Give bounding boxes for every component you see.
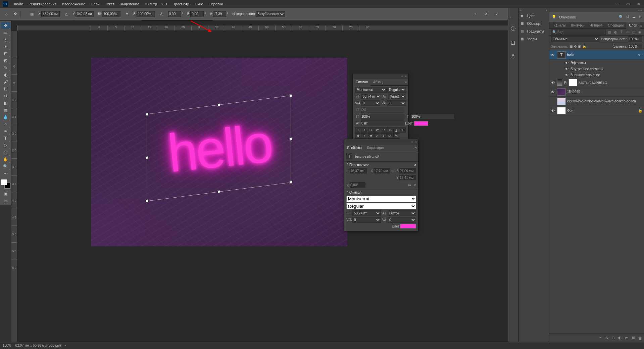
actions-tab[interactable]: Операции xyxy=(605,22,626,29)
history-tab[interactable]: История xyxy=(587,22,605,29)
warp-icon[interactable]: ⌁ xyxy=(472,10,479,18)
frame-tool[interactable]: ⊠ xyxy=(1,57,10,64)
transform-handle-br[interactable] xyxy=(289,181,292,184)
prop-tracking-select[interactable]: 0 xyxy=(388,217,416,223)
character-panel[interactable]: «× Символ Абзац ≡ Montserrat Regular ᴛT5… xyxy=(353,73,408,148)
titling-button[interactable]: A xyxy=(374,133,380,139)
font-style-select[interactable]: Regular xyxy=(387,87,406,93)
flip-v-icon[interactable]: ⇵ xyxy=(413,183,416,187)
panel-menu-icon[interactable]: ≡ xyxy=(640,23,642,28)
group-icon[interactable]: 🗀 xyxy=(625,336,629,340)
baseline-input[interactable] xyxy=(361,120,404,126)
prop-style-select[interactable]: Regular xyxy=(346,203,416,209)
history-icon[interactable]: ↺ xyxy=(626,15,629,19)
panel-menu-icon[interactable]: ≡ xyxy=(403,80,408,84)
effects-group[interactable]: 👁Эффекты xyxy=(549,60,644,66)
vscale-input[interactable] xyxy=(361,114,404,119)
collapse-handle[interactable]: » xyxy=(520,9,522,11)
collapse-handle[interactable]: » xyxy=(509,15,511,18)
adjustment-thumbnail[interactable] xyxy=(557,79,562,86)
h-input[interactable] xyxy=(137,11,155,17)
hskew-input[interactable] xyxy=(190,11,204,17)
visibility-icon[interactable]: 👁 xyxy=(550,81,556,85)
transform-handle-tr[interactable] xyxy=(289,94,292,97)
effect-outer-glow[interactable]: 👁Внешнее свечение xyxy=(549,72,644,78)
lock-icon[interactable]: 🔒 xyxy=(638,108,643,113)
leading-select[interactable]: (Авто) xyxy=(388,94,406,99)
close-icon[interactable]: × xyxy=(415,140,417,144)
visibility-icon[interactable]: 👁 xyxy=(565,73,569,77)
close-icon[interactable]: × xyxy=(405,74,407,78)
smallcaps-button[interactable]: Tᴛ xyxy=(374,127,380,133)
flip-h-icon[interactable]: ⇋ xyxy=(408,183,411,187)
ruler-vertical[interactable]: 051 01 52 02 53 03 54 04 55 05 56 0 xyxy=(11,31,17,342)
zoom-level[interactable]: 100% xyxy=(3,344,11,347)
filter-type-icon[interactable]: T xyxy=(619,30,624,35)
menu-3d[interactable]: 3D xyxy=(160,2,170,6)
zoom-tool[interactable]: 🔍 xyxy=(1,163,10,170)
window-minimize[interactable]: — xyxy=(612,0,623,8)
pen-tool[interactable]: ✒ xyxy=(1,128,10,135)
dodge-tool[interactable]: ○ xyxy=(1,121,10,128)
menu-view[interactable]: Просмотр xyxy=(170,2,192,6)
vskew-input[interactable] xyxy=(213,11,226,17)
menu-edit[interactable]: Редактирование xyxy=(26,2,59,6)
ordinals2-button[interactable]: 1ˢᵗ xyxy=(387,133,393,139)
color-panel-tab[interactable]: ◉Цвет xyxy=(518,12,549,20)
mask-icon[interactable]: ◻ xyxy=(612,336,615,340)
menu-layers[interactable]: Слои xyxy=(88,2,102,6)
prop-leading-select[interactable]: (Авто) xyxy=(388,210,416,216)
collapse-handle[interactable]: « xyxy=(411,140,413,144)
adjustment-icon[interactable]: ◐ xyxy=(618,336,622,340)
w-input[interactable] xyxy=(102,11,120,17)
text-color-swatch[interactable] xyxy=(414,121,428,126)
prop-font-select[interactable]: Montserrat xyxy=(346,196,416,202)
new-layer-icon[interactable]: ⊞ xyxy=(632,336,635,340)
lock-pixels-icon[interactable]: ▦ xyxy=(569,45,573,48)
layer-clouds[interactable]: clouds-in-a-pink-sky-over-wave-soaked-be… xyxy=(549,97,644,106)
opacity-input[interactable] xyxy=(629,36,642,42)
commit-icon[interactable]: ✓ xyxy=(493,10,500,18)
ordinals-button[interactable]: T xyxy=(381,133,387,139)
layer-name[interactable]: Фон xyxy=(567,109,637,112)
paragraph-tab[interactable]: Абзац xyxy=(370,79,385,86)
layer-hello[interactable]: 👁 T hello fx ˅ xyxy=(549,50,644,60)
ligatures-button[interactable]: fi xyxy=(355,133,361,139)
transform-handle-ml[interactable] xyxy=(146,156,148,159)
filter-adjust-icon[interactable]: ◐ xyxy=(613,30,618,35)
layer-1549979[interactable]: 👁 1549979 xyxy=(549,87,644,97)
type-tool[interactable]: T xyxy=(1,135,10,142)
channels-tab[interactable]: Каналы xyxy=(551,22,568,29)
allcaps-button[interactable]: TT xyxy=(368,127,374,133)
layer-background[interactable]: 👁 Фон 🔒 xyxy=(549,106,644,115)
tracking-select[interactable]: 0 xyxy=(387,100,406,106)
panel-menu-icon[interactable]: ≡ xyxy=(413,146,418,150)
foreground-color-swatch[interactable] xyxy=(1,179,7,185)
delete-icon[interactable]: 🗑 xyxy=(638,336,642,340)
adjustments-tab[interactable]: Коррекция xyxy=(364,145,386,151)
prop-kerning-select[interactable]: 0 xyxy=(352,217,381,223)
strikethrough-button[interactable]: T xyxy=(400,127,406,133)
close-dock-icon[interactable]: × xyxy=(546,9,547,11)
filter-smart-icon[interactable]: ◫ xyxy=(631,30,636,35)
collapse-handle[interactable]: « xyxy=(401,74,403,78)
layer-name[interactable]: hello xyxy=(567,53,637,57)
swatches-panel-tab[interactable]: ▦Образцы xyxy=(518,20,549,28)
menu-window[interactable]: Окно xyxy=(192,2,206,6)
italic-button[interactable]: T xyxy=(361,127,367,133)
stylistic-button[interactable]: st xyxy=(368,133,374,139)
layer-name[interactable]: 1549979 xyxy=(567,90,643,94)
layer-name[interactable]: clouds-in-a-pink-sky-over-wave-soaked-be… xyxy=(567,99,643,103)
visibility-icon[interactable]: 👁 xyxy=(565,61,569,65)
menu-text[interactable]: Текст xyxy=(102,2,117,6)
search-icon[interactable]: 🔍 xyxy=(619,15,624,19)
gradients-panel-tab[interactable]: ▤Градиенты xyxy=(518,28,549,35)
cancel-icon[interactable]: ⊘ xyxy=(482,10,490,18)
layer-thumbnail[interactable] xyxy=(557,88,566,96)
hscale-input[interactable] xyxy=(411,114,454,119)
blur-tool[interactable]: 💧 xyxy=(1,114,10,120)
visibility-icon[interactable]: 👁 xyxy=(550,53,556,57)
kerning-select[interactable]: 0 xyxy=(361,100,380,106)
layer-search-input[interactable] xyxy=(551,30,606,35)
fractions-button[interactable]: ½ xyxy=(393,133,399,139)
